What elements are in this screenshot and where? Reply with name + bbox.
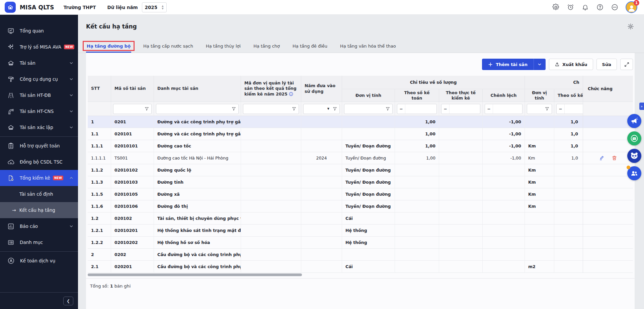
- filter-funnel-icon[interactable]: [289, 104, 299, 114]
- function-cell: [583, 225, 633, 237]
- cell-unit: Cái: [342, 212, 395, 225]
- sidebar-item-asset[interactable]: Tài sản: [0, 55, 78, 71]
- filter-input-unit2[interactable]: [527, 104, 542, 114]
- column-header-unit2[interactable]: Đơn vị tính: [525, 89, 554, 102]
- year-stepper-icon[interactable]: ▲▼: [162, 5, 163, 10]
- sidebar-item-clipboard[interactable]: Hỗ trợ quyết toán: [0, 138, 78, 154]
- cell-code: 0202: [111, 249, 154, 261]
- sidebar-item-asset[interactable]: Tài sản xác lập: [0, 119, 78, 135]
- filter-caret-icon[interactable]: ▼: [324, 107, 330, 110]
- scrollbar-thumb[interactable]: [88, 273, 302, 276]
- announcement-megaphone-icon[interactable]: [627, 114, 641, 128]
- table-row[interactable]: 1.1.102010101Đường cao tốcTuyến/ Đoạn đư…: [88, 140, 633, 152]
- filter-input-qty_acct[interactable]: [405, 104, 436, 114]
- filter-equals-icon[interactable]: =: [397, 104, 405, 114]
- table-row[interactable]: 20202Cầu đường bộ và các công trình phụ …: [88, 249, 633, 261]
- table-row[interactable]: 1.2.102010201Hệ thống khảo sát tình trạn…: [88, 225, 633, 237]
- sidebar: Tổng quanTrợ lý số MISA AVANEWTài sảnCôn…: [0, 15, 78, 309]
- filter-funnel-icon[interactable]: [229, 104, 238, 114]
- column-header-qty_acct[interactable]: Theo số kế toán: [395, 89, 439, 102]
- app-logo-icon[interactable]: [5, 2, 16, 13]
- sidebar-item-pipe[interactable]: Tài sản HT-CNS: [0, 103, 78, 119]
- sidebar-item-overview[interactable]: Tổng quan: [0, 23, 78, 39]
- table-row[interactable]: 1.1.602010106Đường đô thịTuyến/ Đoạn đườ…: [88, 200, 633, 212]
- filter-equals-icon[interactable]: =: [441, 104, 450, 114]
- column-header-stt[interactable]: STT: [88, 76, 111, 102]
- edit-row-icon[interactable]: [599, 155, 605, 161]
- chat-support-icon[interactable]: [627, 131, 641, 145]
- tab-4[interactable]: Hạ tầng chợ: [253, 44, 280, 53]
- table-row[interactable]: 1.2.202010202Hệ thống hồ sơ số hóaHệ thố…: [88, 237, 633, 249]
- cell-year: [301, 212, 342, 225]
- column-header-unit_code[interactable]: Mã đơn vị quản lý tài sản theo kết quả t…: [241, 76, 301, 102]
- table-row[interactable]: 1.2020102Tài sản, thiết bị chuyên dùng p…: [88, 212, 633, 225]
- info-icon[interactable]: [289, 91, 293, 97]
- sidebar-item-cloud-sync[interactable]: Đồng bộ CSDL TSC: [0, 154, 78, 170]
- help-icon[interactable]: [596, 4, 603, 11]
- sidebar-item-roller[interactable]: Công cụ dụng cụ: [0, 71, 78, 87]
- sidebar-collapse-button[interactable]: ❮: [63, 297, 73, 305]
- sidebar-item-road[interactable]: Tài sản HT-ĐB: [0, 87, 78, 103]
- more-options-icon[interactable]: [611, 4, 618, 11]
- tab-1[interactable]: Hạ tầng đường bộ: [86, 44, 131, 53]
- filter-input-unit_code[interactable]: [243, 104, 289, 114]
- horizontal-scrollbar[interactable]: [88, 273, 633, 278]
- year-select[interactable]: 2025 ▲▼: [142, 2, 167, 12]
- filter-funnel-icon[interactable]: [542, 104, 552, 114]
- table-row[interactable]: 2.1020201Cầu đường bộ và các công trình …: [88, 261, 633, 273]
- edit-button[interactable]: Sửa: [596, 59, 617, 70]
- table-row[interactable]: 10201Đường và các công trình phụ trợ gắn…: [88, 116, 633, 128]
- column-header-diff[interactable]: Chênh lệch: [483, 89, 525, 102]
- sidebar-item-sparkle[interactable]: Trợ lý số MISA AVANEW: [0, 39, 78, 55]
- reminder-clock-icon[interactable]: [567, 4, 574, 11]
- filter-funnel-icon[interactable]: [142, 104, 151, 114]
- table-row[interactable]: 1.1.202010102Đường quốc lộTuyến/ Đoạn đư…: [88, 164, 633, 176]
- sidebar-subitem[interactable]: →Kết cấu hạ tầng: [0, 202, 78, 218]
- sidebar-subitem[interactable]: Tài sản cố định: [0, 186, 78, 202]
- chevron-down-icon: [69, 125, 73, 129]
- delete-row-icon[interactable]: [612, 155, 617, 161]
- filter-cell-stt: [88, 102, 111, 116]
- sidebar-item-category[interactable]: Danh mục: [0, 234, 78, 250]
- settings-icon[interactable]: [552, 4, 559, 11]
- filter-input-unit[interactable]: [344, 104, 383, 114]
- filter-funnel-icon[interactable]: [383, 104, 392, 114]
- column-header-name[interactable]: Danh mục tài sản: [154, 76, 241, 102]
- filter-input-diff[interactable]: [493, 104, 522, 114]
- year-value: 2025: [145, 5, 162, 10]
- sidebar-item-amis[interactable]: Kế toán dịch vụ: [0, 253, 78, 269]
- filter-equals-icon[interactable]: =: [485, 104, 493, 114]
- column-header-qty_inv[interactable]: Theo thực tế kiểm kê: [439, 89, 483, 102]
- add-asset-button[interactable]: + Thêm tài sản: [482, 59, 534, 70]
- tab-6[interactable]: Hạ tầng văn hóa thể thao: [339, 44, 397, 53]
- table-row[interactable]: 1.1020101Đường và các công trình phụ trợ…: [88, 128, 633, 140]
- cell-code: 0201: [111, 116, 154, 128]
- column-header-year[interactable]: Năm đưa vào sử dụng: [301, 76, 342, 102]
- tab-5[interactable]: Hạ tầng đê điều: [292, 44, 328, 53]
- cell-unit2: [525, 225, 554, 237]
- add-asset-dropdown-button[interactable]: [534, 59, 546, 70]
- user-avatar[interactable]: 1: [626, 1, 637, 13]
- sidebar-item-report[interactable]: Báo cáo: [0, 218, 78, 234]
- tab-2[interactable]: Hạ tầng cấp nước sạch: [143, 44, 194, 53]
- column-header-unit[interactable]: Đơn vị tính: [342, 89, 395, 102]
- table-row[interactable]: 1.1.1.1TS001Đường cao tốc Hà Nội - Hải P…: [88, 152, 633, 164]
- export-button[interactable]: Xuất khẩu: [549, 59, 593, 70]
- side-widget-expander-icon[interactable]: »: [639, 103, 644, 110]
- misa-bot-panda-icon[interactable]: [627, 149, 641, 163]
- filter-input-qty_inv[interactable]: [450, 104, 480, 114]
- table-row[interactable]: 1.1.502010105Đường xãTuyến/ Đoạn đườngKm: [88, 188, 633, 200]
- sidebar-item-inventory[interactable]: Tổng kiểm kêNEW: [0, 170, 78, 186]
- cell-diff: [483, 237, 525, 249]
- fullscreen-button[interactable]: [620, 59, 633, 70]
- table-row[interactable]: 1.1.302010103Đường tỉnhTuyến/ Đoạn đường…: [88, 176, 633, 188]
- column-header-code[interactable]: Mã số tài sản: [111, 76, 154, 102]
- filter-input-code[interactable]: [113, 104, 142, 114]
- notifications-bell-icon[interactable]: [581, 4, 589, 11]
- community-users-icon[interactable]: [627, 166, 641, 180]
- filter-input-name[interactable]: [156, 104, 229, 114]
- filter-equals-icon[interactable]: =: [557, 104, 565, 114]
- table-settings-icon[interactable]: [627, 23, 634, 30]
- tab-3[interactable]: Hạ tầng thủy lợi: [205, 44, 241, 53]
- filter-funnel-icon[interactable]: [330, 104, 339, 114]
